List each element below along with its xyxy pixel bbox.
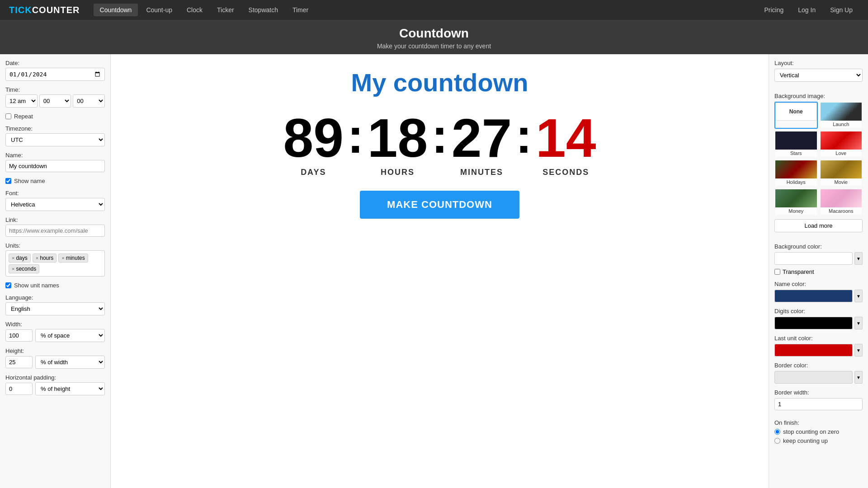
time-sec-select[interactable]: 00153045 — [73, 94, 105, 108]
bg-movie-label: Movie — [821, 178, 862, 186]
last-unit-color-swatch[interactable] — [774, 344, 853, 357]
stop-radio-label[interactable]: stop counting on zero — [774, 428, 863, 435]
bg-stars[interactable]: Stars — [774, 131, 818, 158]
keep-radio-label[interactable]: keep counting up — [774, 437, 863, 444]
remove-hours[interactable]: × — [36, 255, 38, 261]
unit-hours: ×hours — [33, 253, 57, 263]
brand-logo[interactable]: TICKCOUNTER — [9, 5, 80, 15]
font-select[interactable]: HelveticaArialGeorgia — [5, 198, 105, 211]
layout-select[interactable]: VerticalHorizontal — [774, 69, 863, 82]
bg-money[interactable]: Money — [774, 188, 818, 216]
nav-ticker[interactable]: Ticker — [211, 4, 241, 16]
repeat-label[interactable]: Repeat — [5, 113, 105, 120]
navbar: TICKCOUNTER Countdown Count-up Clock Tic… — [0, 0, 868, 20]
keep-radio[interactable] — [774, 438, 780, 444]
height-input[interactable] — [5, 356, 33, 368]
nav-countup[interactable]: Count-up — [140, 4, 179, 16]
remove-minutes[interactable]: × — [61, 255, 64, 261]
bg-macaroons[interactable]: Macaroons — [820, 188, 863, 216]
hpadding-unit-select[interactable]: % of heightpx — [35, 382, 105, 395]
minutes-label: MINUTES — [460, 168, 503, 177]
name-color-label: Name color: — [774, 281, 863, 287]
repeat-checkbox[interactable] — [5, 113, 11, 119]
page-subtitle: Make your countdown timer to any event — [0, 42, 868, 50]
time-min-select[interactable]: 00153045 — [39, 94, 71, 108]
language-select[interactable]: EnglishSpanishFrench — [5, 302, 105, 315]
show-unit-names-checkbox[interactable] — [5, 282, 11, 288]
time-hour-select[interactable]: 12 am1 am2 am — [5, 94, 38, 108]
last-unit-color-arrow[interactable]: ▼ — [854, 344, 863, 357]
link-group: Link: — [5, 216, 105, 237]
hpadding-input[interactable] — [5, 383, 33, 395]
bg-holidays[interactable]: Holidays — [774, 160, 818, 187]
width-input[interactable] — [5, 329, 33, 342]
make-countdown-button[interactable]: MAKE COUNTDOWN — [360, 191, 519, 219]
digits-color-swatch[interactable] — [774, 317, 853, 329]
border-width-input[interactable] — [774, 398, 863, 410]
minutes-unit: 27 MINUTES — [452, 111, 512, 177]
timezone-label: Timezone: — [5, 125, 105, 132]
units-container: ×days ×hours ×minutes ×seconds — [5, 250, 105, 277]
show-units-group: Show unit names — [5, 282, 105, 289]
border-color-label: Border color: — [774, 362, 863, 369]
bg-launch[interactable]: Launch — [820, 102, 863, 129]
height-unit-select[interactable]: % of widthpx — [35, 356, 105, 369]
units-label: Units: — [5, 242, 105, 249]
border-color-swatch[interactable] — [774, 371, 853, 384]
digits-color-row: ▼ — [774, 317, 863, 329]
stop-radio[interactable] — [774, 429, 780, 435]
name-color-arrow[interactable]: ▼ — [854, 290, 863, 302]
width-group: Width: % of spacepx — [5, 321, 105, 342]
show-name-label[interactable]: Show name — [5, 178, 105, 184]
bg-stars-preview — [775, 131, 817, 150]
show-unit-names-label[interactable]: Show unit names — [5, 282, 105, 289]
bg-love[interactable]: Love — [820, 131, 863, 158]
bg-stars-label: Stars — [775, 150, 817, 157]
days-label: DAYS — [301, 168, 326, 177]
nav-pricing[interactable]: Pricing — [758, 4, 790, 16]
link-input[interactable] — [5, 225, 105, 237]
nav-signup[interactable]: Sign Up — [824, 4, 859, 16]
unit-minutes: ×minutes — [58, 253, 88, 263]
border-width-group: Border width: — [774, 389, 863, 414]
hours-number: 18 — [368, 111, 428, 165]
bg-holidays-preview — [775, 160, 817, 178]
date-input[interactable] — [5, 68, 105, 81]
width-unit-select[interactable]: % of spacepx — [35, 329, 105, 342]
bg-movie-preview — [821, 160, 862, 178]
nav-timer[interactable]: Timer — [286, 4, 315, 16]
language-group: Language: EnglishSpanishFrench — [5, 294, 105, 315]
hpadding-label: Horizontal padding: — [5, 374, 105, 381]
nav-login[interactable]: Log In — [792, 4, 822, 16]
show-name-group: Show name — [5, 178, 105, 184]
load-more-button[interactable]: Load more — [774, 219, 863, 232]
nav-stopwatch[interactable]: Stopwatch — [242, 4, 284, 16]
bg-movie[interactable]: Movie — [820, 160, 863, 187]
border-color-arrow[interactable]: ▼ — [854, 371, 863, 384]
keep-label: keep counting up — [783, 437, 828, 444]
nav-countdown[interactable]: Countdown — [94, 4, 138, 16]
bg-none[interactable]: None — [774, 102, 818, 129]
name-color-swatch[interactable] — [774, 290, 853, 302]
remove-seconds[interactable]: × — [12, 266, 14, 272]
days-unit: 89 DAYS — [283, 111, 344, 177]
bg-macaroons-label: Macaroons — [821, 207, 862, 215]
remove-days[interactable]: × — [12, 255, 14, 261]
show-name-checkbox[interactable] — [5, 178, 11, 184]
digits-color-arrow[interactable]: ▼ — [854, 317, 863, 329]
on-finish-label: On finish: — [774, 419, 863, 426]
timezone-select[interactable]: UTCESTPST — [5, 133, 105, 146]
transparent-checkbox[interactable] — [774, 269, 780, 275]
width-label: Width: — [5, 321, 105, 328]
bg-color-swatch[interactable] — [774, 252, 853, 265]
name-input[interactable] — [5, 160, 105, 172]
nav-clock[interactable]: Clock — [180, 4, 209, 16]
last-unit-color-group: Last unit color: ▼ — [774, 335, 863, 357]
bg-macaroons-preview — [821, 189, 862, 207]
bg-color-arrow[interactable]: ▼ — [854, 252, 863, 265]
countdown-title: My countdown — [351, 68, 528, 97]
sep2: : — [428, 111, 452, 160]
layout-label: Layout: — [774, 60, 863, 66]
bg-love-preview — [821, 131, 862, 150]
bg-holidays-label: Holidays — [775, 178, 817, 186]
